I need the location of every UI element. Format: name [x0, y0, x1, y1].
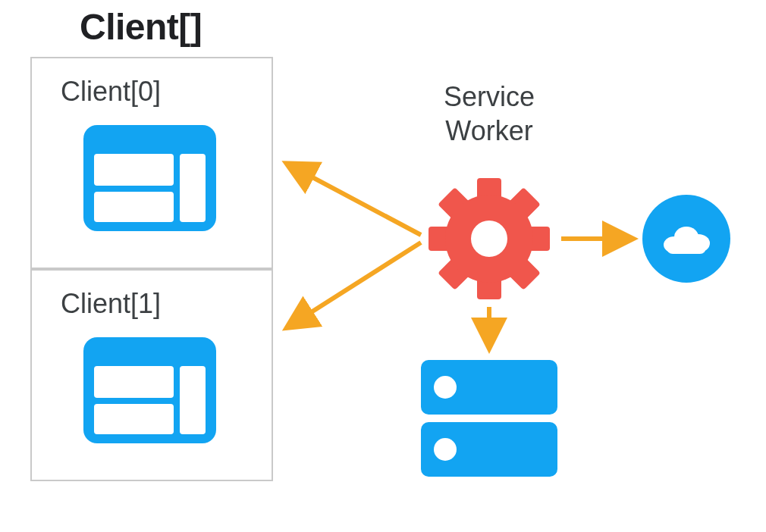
svg-point-17 [471, 221, 507, 257]
service-worker-label: Service Worker [413, 80, 565, 148]
server-stack-icon [421, 360, 557, 477]
svg-point-21 [434, 438, 457, 461]
svg-rect-20 [421, 422, 557, 477]
svg-rect-9 [502, 187, 541, 226]
sw-label-line1: Service [444, 81, 535, 112]
client-label-1: Client[1] [61, 288, 161, 320]
gear-icon [429, 178, 550, 299]
cloud-icon [642, 195, 730, 283]
sw-label-line2: Worker [445, 115, 532, 146]
diagram-stage: Client[] Client[0] Client[1] Service Wor… [0, 0, 766, 532]
svg-rect-11 [502, 252, 541, 290]
svg-rect-12 [477, 269, 501, 299]
clients-title: Client[] [80, 6, 202, 48]
svg-rect-26 [667, 242, 706, 254]
svg-rect-18 [421, 360, 557, 415]
svg-point-19 [434, 376, 457, 399]
arrow-sw-to-client1 [290, 243, 421, 326]
svg-rect-14 [429, 227, 459, 251]
svg-point-25 [687, 234, 710, 252]
svg-point-22 [642, 195, 730, 283]
svg-point-24 [674, 227, 699, 248]
svg-point-23 [664, 236, 685, 253]
arrow-sw-to-client0 [290, 165, 421, 235]
arrows [290, 165, 629, 345]
client-label-0: Client[0] [61, 76, 161, 108]
svg-rect-8 [477, 178, 501, 208]
svg-rect-13 [438, 252, 476, 290]
svg-rect-10 [520, 227, 550, 251]
svg-rect-15 [438, 187, 476, 226]
svg-point-16 [445, 195, 533, 283]
